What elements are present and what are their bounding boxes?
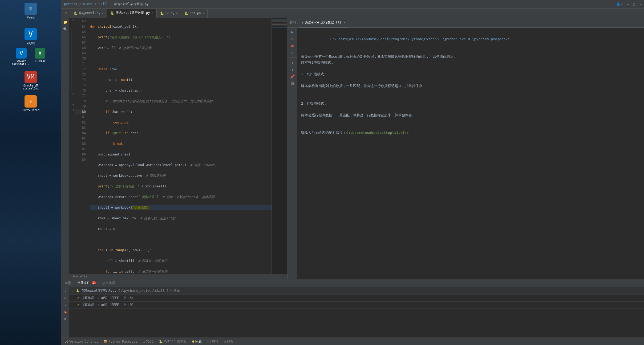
close-btn[interactable]: × xyxy=(639,2,641,6)
recycle-bin-label: 回收站 xyxy=(26,16,35,20)
run-output: C:\Users\asuka\AppData\Local\Programs\Py… xyxy=(297,28,644,279)
fold-84[interactable]: ▼ xyxy=(72,93,74,96)
python-file-icon-3: 🐍 xyxy=(160,11,164,15)
editor-content[interactable]: ▼ ▼ ▼ ▼ 6364656667 6869707172 73747576 xyxy=(69,18,287,274)
bottom-tabs: 问题 当前文件 2 项目错误 xyxy=(61,279,644,287)
window-controls: 👤▾ — □ × xyxy=(616,2,641,6)
tab-close-btn[interactable]: × xyxy=(102,12,104,15)
bottom-tab-problems[interactable]: 问题 xyxy=(63,279,72,287)
run-output-spacer xyxy=(301,48,640,54)
python-file-icon: 🐍 xyxy=(74,11,78,15)
tab-12-close[interactable]: × xyxy=(176,12,178,15)
tabs-menu-btn[interactable]: ⋮ xyxy=(636,11,644,15)
pin-btn[interactable]: 📌 xyxy=(289,73,296,80)
run-output-spacer8 xyxy=(301,124,640,130)
version-control-icon: ⎇ xyxy=(64,340,68,343)
group-tool[interactable]: ≡ xyxy=(62,316,68,322)
desktop-icon-vmware[interactable]: V 回收站 xyxy=(20,28,41,45)
status-problems[interactable]: 问题 xyxy=(192,339,202,344)
problem-file-row[interactable]: ✓ 🐍 筛选excel某行数据.py D:\pycharm_project\sk… xyxy=(69,287,644,295)
run-output-mode1-title: 1．列扫描模式： xyxy=(301,71,640,77)
scroll-up-btn[interactable]: ↑ xyxy=(289,59,296,66)
bookmark-tool[interactable]: 🔖 xyxy=(62,309,68,315)
bottom-tab-project-errors[interactable]: 项目错误 xyxy=(101,279,116,287)
tab-12[interactable]: 🐍 12.py × xyxy=(157,9,181,18)
tab-333-close[interactable]: × xyxy=(202,12,204,15)
skill-folder: skill xyxy=(99,2,108,6)
bottom-sidebar: ⚡ ⊞ ⇅ 🔖 ≡ xyxy=(61,287,69,338)
bottom-tab-current-file[interactable]: 当前文件 2 xyxy=(76,279,97,287)
code-lines-wrapper: ▼ ▼ ▼ ▼ 6364656667 6869707172 73747576 xyxy=(69,18,287,274)
desktop: 🗑️ 回收站 V 回收站 V VMware Workstati... X 11.… xyxy=(0,0,61,345)
status-python-console[interactable]: 🐍 Python 控制台 xyxy=(159,339,187,344)
vmware-label: 回收站 xyxy=(26,41,35,45)
desktop-icon-excel[interactable]: X 11.xlsx xyxy=(32,48,48,65)
user-icon[interactable]: 👤▾ xyxy=(616,2,622,6)
rerun-btn[interactable]: ↺ xyxy=(289,50,296,56)
oracle-icon: VM xyxy=(25,71,37,83)
tab-筛选excel[interactable]: 🐍 筛选excel.py × xyxy=(70,9,107,18)
problem-file-path: D:\pycharm_project\skill 2 个问题 xyxy=(118,289,180,293)
stop-btn[interactable]: ■ xyxy=(289,43,296,49)
ide-body: 📁 🔍 ▼ ▼ ▼ xyxy=(61,18,644,279)
fold-63[interactable]: ▼ xyxy=(72,18,74,21)
services-label: 服务 xyxy=(227,339,233,344)
status-version-control[interactable]: ⎇ Version Control xyxy=(64,340,98,343)
desktop-icon-vmware[interactable]: V VMware Workstati... xyxy=(13,48,29,65)
problem-text-1: 拼写错误: 在单词 'FFFF' 中 :34 xyxy=(81,296,134,300)
code-editor[interactable]: ▼ ▼ ▼ ▼ 6364656667 6869707172 73747576 xyxy=(69,18,288,279)
run-tab-close[interactable]: × xyxy=(344,21,346,24)
code-gutter: ▼ ▼ ▼ ▼ xyxy=(69,18,75,274)
folder-tree-icon[interactable]: 📁 xyxy=(62,19,68,25)
minimize-btn[interactable]: — xyxy=(627,2,629,6)
search-sidebar-icon[interactable]: 🔍 xyxy=(62,26,68,32)
run-label: 运行: xyxy=(290,20,298,25)
status-services[interactable]: ⚙ 服务 xyxy=(224,339,233,344)
filter-tool[interactable]: ⚡ xyxy=(62,288,68,294)
scroll-down-btn[interactable]: ↓ xyxy=(289,66,296,73)
bottom-content: ⚡ ⊞ ⇅ 🔖 ≡ ✓ 🐍 筛选excel某行数据.py D:\pycharm_… xyxy=(61,287,644,338)
fold-86[interactable]: ▼ xyxy=(72,103,74,106)
problem-row-1[interactable]: ✓ 拼写错误: 在单词 'FFFF' 中 :34 xyxy=(69,295,644,302)
project-errors-label: 项目错误 xyxy=(102,281,115,285)
run-output-spacer2 xyxy=(301,65,640,71)
desktop-icon-oracle-vm[interactable]: VM Oracle VM VirtualBox xyxy=(20,71,41,90)
sort-tool[interactable]: ⇅ xyxy=(62,302,68,308)
run-tab-main[interactable]: ▶ 筛选excel某行数据 (1) × xyxy=(299,18,348,27)
status-python-packages[interactable]: 📦 Python Packages xyxy=(103,340,137,343)
terminal-label: 终端 xyxy=(212,339,218,344)
status-todo[interactable]: ☑ TODO xyxy=(143,340,153,343)
problem-row-2[interactable]: ✓ 拼写错误: 在单词 'FFFF' 中 :91 xyxy=(69,302,644,309)
fold-87[interactable]: ▼ xyxy=(72,109,74,112)
run-output-mode2-desc: 脚本会逐行检测数据，一旦匹配，就将这一行数据标记起来，并单独保存 xyxy=(301,112,640,118)
status-terminal[interactable]: ⬛ 终端 xyxy=(207,339,218,344)
desktop-icon-burp[interactable]: ⚡ BurpSuiteCN xyxy=(20,95,41,112)
oracle-label: Oracle VM VirtualBox xyxy=(20,84,41,90)
tab-筛选excel某行数据[interactable]: 🐍 筛选excel某行数据.py × xyxy=(107,9,157,18)
run-btn[interactable]: ▶ xyxy=(289,29,296,35)
statusbar: ⎇ Version Control 📦 Python Packages ☑ TO… xyxy=(61,338,644,345)
burp-label: BurpSuiteCN xyxy=(22,109,39,112)
tab-active-close-btn[interactable]: × xyxy=(152,11,153,14)
run-output-mode-title: 脚本有2中扫描模式： xyxy=(301,60,640,65)
run-tab-label: 筛选excel某行数据 (1) xyxy=(305,20,341,25)
editor-status: choice2() xyxy=(69,274,287,279)
bottom-panel: 问题 当前文件 2 项目错误 ⚡ ⊞ ⇅ 🔖 ≡ ✓ 🐍 xyxy=(61,279,644,338)
file-icon: 🐍 xyxy=(76,289,80,293)
file-tree-toggle[interactable]: ≡ xyxy=(62,9,70,18)
code-content[interactable]: def choice2(excel_path2): print("请输入关键字 … xyxy=(88,18,272,274)
maximize-btn[interactable]: □ xyxy=(633,2,635,6)
run-output-spacer7 xyxy=(301,118,640,124)
tab-12-label: 12.py xyxy=(165,11,175,15)
warning-icon-2: ✓ xyxy=(77,303,79,307)
file-name: 筛选excel某行数据.py xyxy=(114,2,149,6)
desktop-icon-recycle-bin[interactable]: 🗑️ 回收站 xyxy=(20,3,41,20)
services-icon: ⚙ xyxy=(224,340,226,343)
python-file-icon-4: 🐍 xyxy=(184,11,188,15)
settings-btn[interactable]: ⚙ xyxy=(289,36,296,42)
expand-tool[interactable]: ⊞ xyxy=(62,295,68,301)
run-output-spacer4 xyxy=(301,89,640,95)
tab-333[interactable]: 🐍 333.py × xyxy=(181,9,208,18)
clear-btn[interactable]: 🗑 xyxy=(289,80,296,87)
todo-label: TODO xyxy=(146,340,153,343)
